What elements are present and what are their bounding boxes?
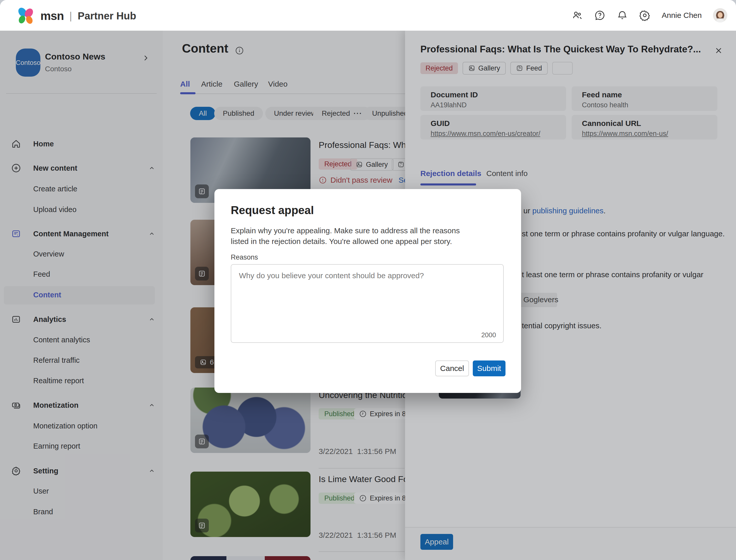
user-name[interactable]: Annie Chen [662,11,702,20]
reasons-input[interactable] [231,264,504,343]
top-header: msn | Partner Hub [0,0,736,31]
gear-icon[interactable] [639,10,650,21]
help-icon[interactable] [594,10,605,21]
dialog-description: Explain why you're appealing. Make sure … [231,225,478,247]
dialog-title: Request appeal [231,204,314,217]
request-appeal-dialog: Request appeal Explain why you're appeal… [214,189,521,393]
brand-msn-text: msn [40,9,64,23]
brand-divider: | [69,10,72,22]
people-audience-icon[interactable] [572,10,583,21]
bell-icon[interactable] [617,10,628,21]
brand-product-text: Partner Hub [78,10,136,22]
submit-button[interactable]: Submit [473,360,506,376]
cancel-button[interactable]: Cancel [435,360,469,376]
msn-butterfly-logo-icon [16,6,36,26]
brand[interactable]: msn | Partner Hub [16,6,136,26]
avatar[interactable] [713,8,727,22]
reasons-label: Reasons [231,253,258,261]
app-window: msn | Partner Hub [0,0,736,560]
